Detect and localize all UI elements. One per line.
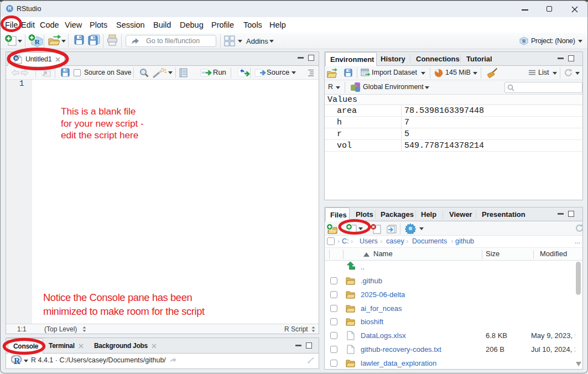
svg-text:R: R bbox=[522, 38, 526, 44]
svg-text:R: R bbox=[15, 56, 18, 61]
svg-text:R: R bbox=[14, 356, 20, 365]
